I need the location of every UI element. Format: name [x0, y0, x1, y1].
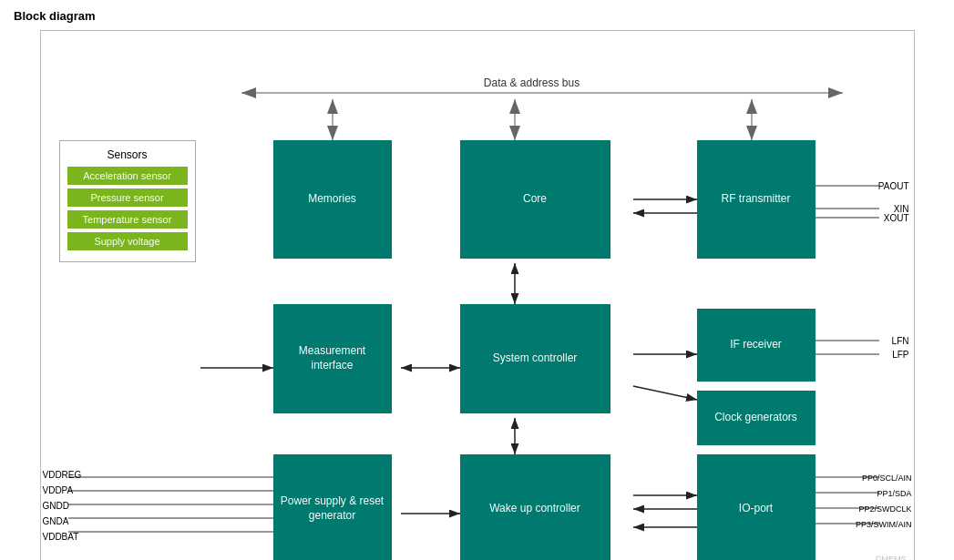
data-bus-label: Data & address bus: [223, 76, 841, 89]
pin-gnda: GNDA: [43, 514, 69, 527]
pin-lfp: LFP: [892, 348, 908, 361]
pin-paout: PAOUT: [878, 179, 909, 192]
sensor-pressure: Pressure sensor: [67, 188, 188, 207]
pin-pp1: PP1/SDA: [877, 486, 911, 499]
block-system-controller: System controller: [460, 304, 610, 413]
pin-lfn: LFN: [892, 334, 909, 347]
pin-pp2: PP2/SWDCLK: [858, 502, 911, 514]
pin-gndd: GNDD: [43, 499, 69, 512]
block-wake-up: Wake up controller: [460, 454, 610, 560]
block-core: Core: [460, 140, 610, 259]
pin-pp0: PP0/SCL/AIN: [862, 471, 912, 484]
sensors-box: Sensors Acceleration sensor Pressure sen…: [59, 140, 196, 262]
block-clock-generators: Clock generators: [697, 391, 816, 445]
block-rf-transmitter: RF transmitter: [697, 140, 816, 259]
block-memories: Memories: [273, 140, 392, 259]
block-io-port: IO-port: [697, 454, 816, 560]
sensor-temperature: Temperature sensor: [67, 210, 188, 229]
sensor-supply: Supply voltage: [67, 232, 188, 250]
pin-pp3: PP3/SWIM/AIN: [856, 517, 912, 530]
sensors-label: Sensors: [67, 148, 188, 161]
diagram-container: Data & address bus Sensors Acceleration …: [40, 30, 915, 560]
page: Block diagram: [0, 0, 954, 560]
svg-line-13: [633, 386, 697, 400]
page-title: Block diagram: [14, 9, 940, 23]
pin-vddbat: VDDBAT: [43, 530, 79, 543]
sensor-acceleration: Acceleration sensor: [67, 167, 188, 185]
block-if-receiver: IF receiver: [697, 309, 816, 382]
block-power-supply: Power supply & reset generator: [273, 454, 392, 560]
watermark: ©MEMS: [876, 555, 907, 560]
pin-xout: XOUT: [884, 211, 909, 224]
block-measurement-interface: Measurement interface: [273, 304, 392, 413]
pin-vddreg: VDDREG: [43, 468, 82, 481]
pin-vddpa: VDDPA: [43, 484, 74, 496]
